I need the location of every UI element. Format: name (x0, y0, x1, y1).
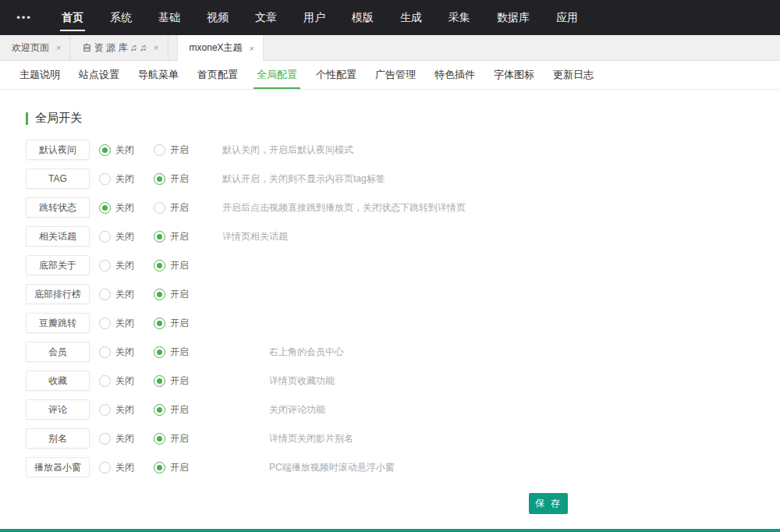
radio-on-label: 开启 (170, 374, 189, 388)
setting-label: 豆瓣跳转 (26, 313, 90, 333)
setting-row: 会员关闭开启右上角的会员中心 (26, 342, 780, 362)
radio-off-circle (99, 433, 111, 445)
radio-off-circle (99, 375, 111, 387)
theme-subnav: 主题说明站点设置导航菜单首页配置全局配置个性配置广告管理特色插件字体图标更新日志 (0, 61, 780, 90)
radio-off[interactable]: 关闭 (99, 144, 144, 157)
radio-off[interactable]: 关闭 (99, 172, 144, 186)
top-nav-item-0[interactable]: 首页 (48, 0, 97, 35)
top-navbar: ••• 首页系统基础视频文章用户模版生成采集数据库应用 (0, 0, 780, 35)
radio-off-circle (99, 202, 111, 214)
radio-on[interactable]: 开启 (154, 288, 199, 301)
subnav-item-9[interactable]: 更新日志 (544, 61, 603, 89)
section-header: 全局开关 (26, 111, 780, 126)
subnav-item-5[interactable]: 个性配置 (307, 61, 366, 89)
top-nav-item-5[interactable]: 用户 (290, 0, 339, 35)
close-tab-icon[interactable]: × (154, 43, 158, 52)
radio-off-circle (99, 144, 111, 156)
setting-description: 默认开启，关闭则不显示内容页tag标签 (222, 172, 385, 186)
radio-off[interactable]: 关闭 (99, 288, 144, 301)
radio-off[interactable]: 关闭 (99, 201, 144, 215)
subnav-item-6[interactable]: 广告管理 (366, 61, 425, 89)
radio-on[interactable]: 开启 (154, 432, 199, 445)
radio-on-circle (154, 173, 165, 185)
radio-on[interactable]: 开启 (154, 259, 199, 272)
radio-off[interactable]: 关闭 (99, 346, 144, 359)
radio-off-label: 关闭 (115, 374, 134, 388)
radio-on[interactable]: 开启 (154, 374, 199, 388)
radio-on-label: 开启 (170, 259, 189, 272)
setting-label: 跳转状态 (26, 197, 90, 218)
radio-on-label: 开启 (170, 346, 189, 359)
radio-off-label: 关闭 (115, 432, 134, 445)
setting-description: 详情页关闭影片别名 (269, 432, 353, 445)
radio-off[interactable]: 关闭 (99, 461, 144, 474)
tab-label: 欢迎页面 (12, 41, 49, 55)
radio-on[interactable]: 开启 (154, 346, 199, 359)
subnav-item-2[interactable]: 导航菜单 (129, 61, 188, 89)
setting-row: 相关话题关闭开启详情页相关话题 (26, 226, 780, 246)
radio-off-circle (99, 462, 111, 473)
save-button[interactable]: 保 存 (529, 493, 568, 514)
subnav-item-8[interactable]: 字体图标 (484, 61, 544, 89)
setting-row: TAG关闭开启默认开启，关闭则不显示内容页tag标签 (26, 168, 780, 189)
top-nav-item-6[interactable]: 模版 (339, 0, 387, 35)
open-tab-2[interactable]: mxoneX主题× (177, 35, 264, 61)
top-nav-item-2[interactable]: 基础 (145, 0, 193, 35)
radio-on-label: 开启 (170, 317, 189, 330)
radio-on-circle (154, 404, 165, 416)
setting-row: 底部关于关闭开启 (26, 255, 780, 275)
radio-on[interactable]: 开启 (154, 172, 199, 186)
radio-off-label: 关闭 (115, 172, 134, 186)
radio-on[interactable]: 开启 (154, 403, 199, 417)
bottom-accent-bar (0, 529, 780, 532)
setting-description: 右上角的会员中心 (269, 346, 344, 359)
radio-on[interactable]: 开启 (154, 317, 199, 330)
top-nav-item-1[interactable]: 系统 (97, 0, 145, 35)
radio-on[interactable]: 开启 (154, 144, 199, 157)
setting-label: 收藏 (26, 371, 90, 391)
radio-on[interactable]: 开启 (154, 230, 199, 243)
radio-on-label: 开启 (170, 461, 189, 474)
top-nav-item-10[interactable]: 应用 (543, 0, 591, 35)
radio-off[interactable]: 关闭 (99, 432, 144, 445)
setting-label: 底部关于 (26, 255, 90, 275)
radio-off-circle (99, 346, 111, 358)
more-menu-icon[interactable]: ••• (0, 0, 48, 35)
radio-on-circle (154, 144, 165, 156)
setting-description: 关闭评论功能 (269, 403, 325, 417)
subnav-item-1[interactable]: 站点设置 (69, 61, 129, 89)
top-nav-item-7[interactable]: 生成 (387, 0, 435, 35)
radio-off-label: 关闭 (115, 288, 134, 301)
setting-description: 详情页相关话题 (222, 230, 288, 243)
radio-on[interactable]: 开启 (154, 201, 199, 215)
open-tab-1[interactable]: 自 资 源 库 ♫ ♫× (70, 35, 168, 60)
top-nav-item-9[interactable]: 数据库 (484, 0, 543, 35)
subnav-item-0[interactable]: 主题说明 (10, 61, 69, 89)
close-tab-icon[interactable]: × (250, 44, 254, 53)
top-nav-item-3[interactable]: 视频 (193, 0, 242, 35)
top-nav-item-8[interactable]: 采集 (435, 0, 484, 35)
radio-off-circle (99, 317, 111, 329)
close-tab-icon[interactable]: × (56, 43, 61, 52)
subnav-item-3[interactable]: 首页配置 (188, 61, 247, 89)
radio-on-label: 开启 (170, 230, 189, 243)
subnav-item-4[interactable]: 全局配置 (247, 61, 307, 89)
radio-off[interactable]: 关闭 (99, 259, 144, 272)
top-nav-item-4[interactable]: 文章 (242, 0, 290, 35)
setting-description: PC端播放视频时滚动悬浮小窗 (269, 461, 395, 474)
open-tab-0[interactable]: 欢迎页面× (0, 35, 70, 60)
radio-off[interactable]: 关闭 (99, 374, 144, 388)
settings-rows: 默认夜间关闭开启默认关闭，开启后默认夜间模式TAG关闭开启默认开启，关闭则不显示… (26, 140, 780, 477)
setting-label: 默认夜间 (26, 140, 90, 160)
radio-on-label: 开启 (170, 201, 189, 215)
radio-off[interactable]: 关闭 (99, 317, 144, 330)
subnav-item-7[interactable]: 特色插件 (425, 61, 484, 89)
radio-off-label: 关闭 (115, 201, 134, 215)
radio-on-label: 开启 (170, 172, 189, 186)
radio-off[interactable]: 关闭 (99, 403, 144, 417)
setting-description: 详情页收藏功能 (269, 374, 335, 388)
radio-off-circle (99, 289, 111, 300)
radio-on[interactable]: 开启 (154, 461, 199, 474)
radio-off[interactable]: 关闭 (99, 230, 144, 243)
radio-off-label: 关闭 (115, 403, 134, 417)
